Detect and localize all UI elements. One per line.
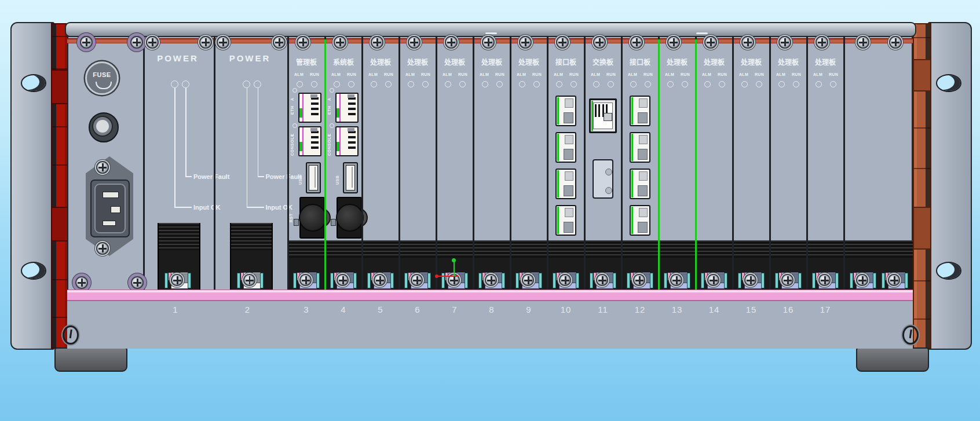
- ejector-latch-clip: [738, 273, 741, 288]
- tabTR-detail: [565, 171, 573, 181]
- panel-screw: [75, 276, 88, 289]
- thumbscrew: [63, 325, 79, 345]
- ejector-latch-clip: [724, 273, 727, 288]
- ejector-latch-clip: [515, 273, 519, 288]
- comb-detail: [348, 131, 356, 151]
- tabTR-detail: [565, 98, 573, 108]
- run-led: [533, 81, 540, 87]
- console-port-label: CONSOLE: [327, 129, 332, 156]
- ejector-latch-clip: [502, 273, 505, 288]
- foot: [54, 347, 127, 372]
- run-led: [571, 81, 577, 87]
- sfp-latch-pin: [605, 169, 612, 175]
- gline-detail: [631, 207, 633, 234]
- tab-detail: [348, 128, 354, 131]
- rail-highlight: [696, 32, 708, 34]
- origin-axis-y: [454, 261, 455, 276]
- slot-number: 10: [554, 305, 577, 314]
- thumbscrew: [902, 325, 919, 345]
- alm-led: [297, 81, 303, 87]
- led-line: [174, 88, 175, 207]
- chassis-top-rail: [65, 22, 916, 37]
- tab-detail: [310, 128, 317, 131]
- power-fault-led: [254, 80, 261, 88]
- latch-screw: [670, 274, 682, 286]
- alm-led: [593, 81, 599, 87]
- slot-divider: [214, 36, 215, 299]
- panel-screw: [857, 36, 869, 49]
- guide-rail-right: [913, 23, 931, 349]
- inw-detail: [346, 165, 355, 191]
- rack-hole: [21, 262, 46, 280]
- latch-screw: [337, 274, 349, 286]
- ejector-latch-clip: [761, 273, 765, 288]
- ejector-latch-clip: [465, 273, 468, 288]
- reset-button[interactable]: [331, 219, 336, 226]
- inw-detail: [309, 165, 318, 191]
- eth-port-label: ETH: [290, 101, 295, 115]
- latch-screw: [243, 274, 255, 286]
- rj45-port: [630, 132, 650, 163]
- latch-screw: [707, 274, 719, 286]
- ac-inlet-screw: [96, 161, 109, 174]
- run-led: [422, 81, 429, 87]
- panel-screw: [778, 36, 791, 49]
- slot-divider: [769, 36, 771, 299]
- slot-divider: [436, 36, 437, 299]
- slot-number: 4: [332, 305, 355, 314]
- latch-screw: [299, 274, 312, 286]
- slot-number: 13: [665, 305, 689, 314]
- gline-detail: [631, 134, 633, 161]
- alm-led: [408, 81, 414, 87]
- ejector-latch-clip: [427, 273, 431, 288]
- ejector-latch-clip: [188, 273, 191, 288]
- panel-screw: [445, 36, 458, 49]
- fuse-arrow-icon: [96, 82, 112, 89]
- alm-led: [816, 81, 822, 87]
- panel-screw: [556, 36, 569, 49]
- usb-port-label: USB: [298, 171, 303, 185]
- mag-detail: [339, 94, 341, 122]
- rack-hole: [21, 74, 46, 92]
- panel-screw: [408, 36, 420, 49]
- ejector-latch-clip: [367, 273, 371, 288]
- ejector-latch-clip: [775, 273, 778, 288]
- gled-detail: [337, 108, 339, 118]
- pink-strip: [67, 290, 913, 301]
- card-ejector: [230, 223, 273, 250]
- ejector-latch-clip: [293, 273, 297, 288]
- reset-button[interactable]: [294, 219, 299, 226]
- gled-detail: [337, 142, 339, 151]
- panel-screw: [816, 36, 828, 49]
- latch-screw: [559, 274, 571, 286]
- ejector-latch-clip: [237, 273, 240, 288]
- slot-number: 9: [517, 305, 540, 314]
- run-led: [830, 81, 836, 87]
- ejector-latch-clip: [576, 273, 579, 288]
- latch-screw: [888, 274, 900, 286]
- tabTR-detail: [639, 98, 648, 108]
- latch-screw: [781, 274, 793, 286]
- slot-number: 1: [164, 305, 187, 314]
- card-ejector: [158, 223, 200, 250]
- origin-dot-green: [452, 258, 456, 262]
- slot-divider: [806, 36, 808, 299]
- origin-axis-x: [437, 276, 458, 277]
- slot-divider: [287, 36, 289, 299]
- power-fault-led: [182, 80, 189, 88]
- alm-led: [741, 81, 748, 87]
- slot-number: 2: [236, 305, 259, 314]
- comb-detail: [348, 97, 356, 118]
- usb-port-label: USB: [335, 171, 341, 185]
- ethernet-port: [335, 93, 359, 123]
- ejector-latch-clip: [664, 273, 667, 288]
- alm-led: [334, 81, 340, 87]
- tab-detail: [310, 94, 317, 98]
- ejector-latch-clip: [613, 273, 616, 288]
- rj45-port: [589, 98, 617, 133]
- led-line: [247, 88, 248, 207]
- slot-number: 7: [443, 305, 466, 314]
- ejector-latch-clip: [812, 273, 816, 288]
- alm-led: [482, 81, 488, 87]
- run-led: [608, 81, 614, 87]
